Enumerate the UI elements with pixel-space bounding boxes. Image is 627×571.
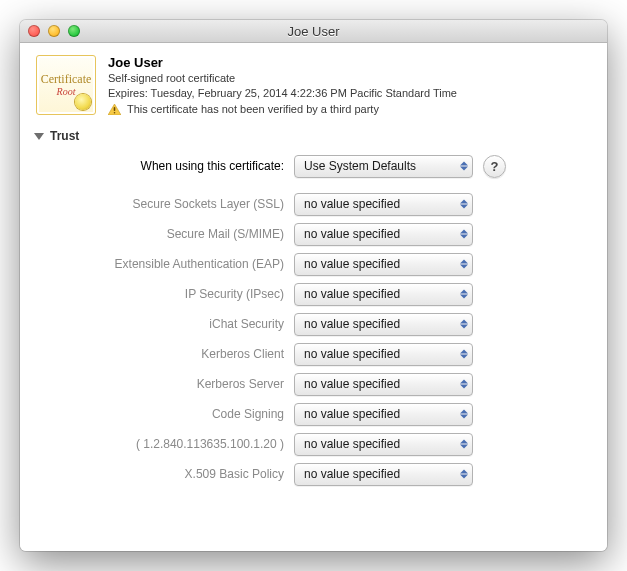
trust-policy-value: no value specified	[304, 317, 400, 331]
warning-icon	[108, 104, 121, 115]
content-area: Certificate Root Joe User Self-signed ro…	[20, 43, 607, 551]
trust-policy-value: no value specified	[304, 287, 400, 301]
trust-policy-value: no value specified	[304, 197, 400, 211]
trust-policy-popup[interactable]: no value specified	[294, 433, 473, 456]
trust-policy-popup[interactable]: no value specified	[294, 253, 473, 276]
trust-primary-row: When using this certificate: Use System …	[36, 151, 591, 181]
trust-policy-value: no value specified	[304, 377, 400, 391]
popup-arrows-icon	[460, 350, 468, 359]
trust-heading: Trust	[50, 129, 79, 143]
help-icon: ?	[491, 159, 499, 174]
trust-settings: When using this certificate: Use System …	[36, 151, 591, 489]
certificate-info: Joe User Self-signed root certificate Ex…	[108, 55, 591, 115]
trust-primary-popup[interactable]: Use System Defaults	[294, 155, 473, 178]
trust-policy-value: no value specified	[304, 437, 400, 451]
cert-icon-line1: Certificate	[41, 73, 92, 85]
window-controls	[28, 25, 80, 37]
trust-policy-label: Secure Sockets Layer (SSL)	[36, 197, 294, 211]
trust-primary-label: When using this certificate:	[36, 159, 294, 173]
trust-policy-popup[interactable]: no value specified	[294, 343, 473, 366]
trust-policy-label: Kerberos Server	[36, 377, 294, 391]
titlebar[interactable]: Joe User	[20, 20, 607, 43]
certificate-expiry: Expires: Tuesday, February 25, 2014 4:22…	[108, 86, 591, 101]
help-button[interactable]: ?	[483, 155, 506, 178]
trust-policy-popup[interactable]: no value specified	[294, 283, 473, 306]
spacer	[36, 181, 591, 189]
trust-policy-popup[interactable]: no value specified	[294, 403, 473, 426]
trust-policy-row: Secure Sockets Layer (SSL)no value speci…	[36, 189, 591, 219]
trust-policy-row: IP Security (IPsec)no value specified	[36, 279, 591, 309]
trust-policy-popup[interactable]: no value specified	[294, 463, 473, 486]
trust-policy-popup[interactable]: no value specified	[294, 193, 473, 216]
window-title: Joe User	[20, 24, 607, 39]
trust-policy-row: Code Signingno value specified	[36, 399, 591, 429]
trust-policy-row: X.509 Basic Policyno value specified	[36, 459, 591, 489]
certificate-icon: Certificate Root	[36, 55, 96, 115]
close-icon[interactable]	[28, 25, 40, 37]
trust-policy-row: Secure Mail (S/MIME)no value specified	[36, 219, 591, 249]
popup-arrows-icon	[460, 470, 468, 479]
svg-rect-0	[114, 107, 116, 111]
trust-policy-popup[interactable]: no value specified	[294, 373, 473, 396]
svg-rect-1	[114, 112, 116, 114]
trust-policy-value: no value specified	[304, 227, 400, 241]
trust-policy-label: Code Signing	[36, 407, 294, 421]
popup-arrows-icon	[460, 380, 468, 389]
popup-arrows-icon	[460, 200, 468, 209]
certificate-name: Joe User	[108, 55, 591, 70]
certificate-header: Certificate Root Joe User Self-signed ro…	[36, 55, 591, 115]
trust-policy-popup[interactable]: no value specified	[294, 313, 473, 336]
trust-policy-value: no value specified	[304, 347, 400, 361]
trust-policy-row: Kerberos Serverno value specified	[36, 369, 591, 399]
trust-policy-label: Extensible Authentication (EAP)	[36, 257, 294, 271]
trust-policy-value: no value specified	[304, 407, 400, 421]
trust-policy-value: no value specified	[304, 467, 400, 481]
trust-policy-row: ( 1.2.840.113635.100.1.20 )no value spec…	[36, 429, 591, 459]
trust-policy-label: X.509 Basic Policy	[36, 467, 294, 481]
certificate-kind: Self-signed root certificate	[108, 71, 591, 86]
popup-arrows-icon	[460, 162, 468, 171]
trust-primary-value: Use System Defaults	[304, 159, 416, 173]
popup-arrows-icon	[460, 260, 468, 269]
trust-policy-label: Kerberos Client	[36, 347, 294, 361]
seal-icon	[75, 94, 91, 110]
popup-arrows-icon	[460, 440, 468, 449]
chevron-down-icon	[34, 133, 44, 140]
trust-policy-row: Extensible Authentication (EAP)no value …	[36, 249, 591, 279]
zoom-icon[interactable]	[68, 25, 80, 37]
trust-policy-label: ( 1.2.840.113635.100.1.20 )	[36, 437, 294, 451]
certificate-warning: This certificate has not been verified b…	[108, 103, 591, 115]
trust-policy-popup[interactable]: no value specified	[294, 223, 473, 246]
trust-policy-label: IP Security (IPsec)	[36, 287, 294, 301]
minimize-icon[interactable]	[48, 25, 60, 37]
trust-disclosure[interactable]: Trust	[36, 129, 591, 143]
trust-policy-row: iChat Securityno value specified	[36, 309, 591, 339]
certificate-window: Joe User Certificate Root Joe User Self-…	[20, 20, 607, 551]
trust-policy-label: iChat Security	[36, 317, 294, 331]
popup-arrows-icon	[460, 410, 468, 419]
trust-policy-label: Secure Mail (S/MIME)	[36, 227, 294, 241]
trust-policy-value: no value specified	[304, 257, 400, 271]
certificate-warning-text: This certificate has not been verified b…	[127, 103, 379, 115]
trust-policy-row: Kerberos Clientno value specified	[36, 339, 591, 369]
popup-arrows-icon	[460, 230, 468, 239]
popup-arrows-icon	[460, 290, 468, 299]
popup-arrows-icon	[460, 320, 468, 329]
cert-icon-line2: Root	[57, 87, 76, 97]
